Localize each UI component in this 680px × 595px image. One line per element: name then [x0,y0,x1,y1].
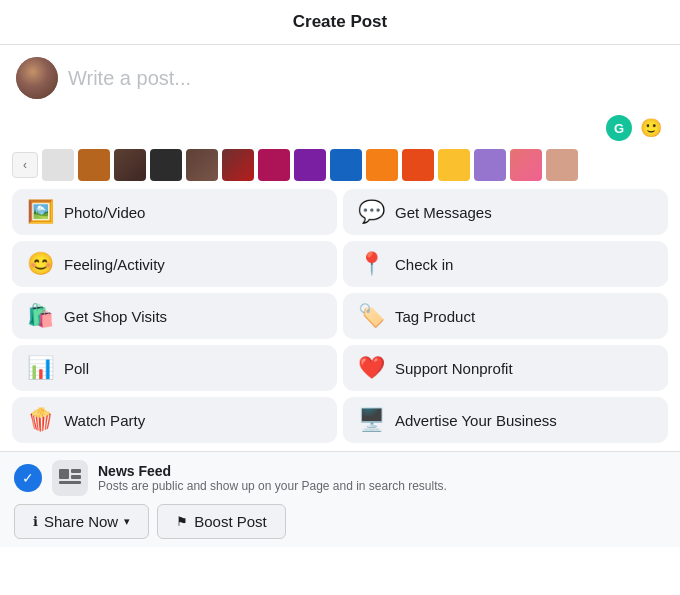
sticker-item[interactable] [294,149,326,181]
modal-title: Create Post [293,12,387,32]
svg-rect-3 [59,481,81,484]
audience-desc: Posts are public and show up on your Pag… [98,479,666,493]
check-in-label: Check in [395,256,453,273]
sticker-item[interactable] [150,149,182,181]
photo-video-label: Photo/Video [64,204,145,221]
sticker-item[interactable] [78,149,110,181]
tag-product-button[interactable]: 🏷️ Tag Product [343,293,668,339]
svg-rect-2 [71,475,81,479]
news-feed-icon [52,460,88,496]
get-messages-button[interactable]: 💬 Get Messages [343,189,668,235]
share-now-label: Share Now [44,513,118,530]
poll-label: Poll [64,360,89,377]
share-info-icon: ℹ [33,514,38,529]
advertise-business-icon: 🖥️ [357,407,385,433]
boost-post-label: Boost Post [194,513,267,530]
sticker-item[interactable] [114,149,146,181]
audience-row: ✓ News Feed Posts are public and show up… [14,460,666,496]
sticker-nav-left[interactable]: ‹ [12,152,38,178]
sticker-item[interactable] [474,149,506,181]
avatar [16,57,58,99]
check-circle-icon: ✓ [14,464,42,492]
feeling-activity-label: Feeling/Activity [64,256,165,273]
sticker-item[interactable] [438,149,470,181]
create-post-modal: Create Post Write a post... G 🙂 ‹ 🖼️ [0,0,680,595]
advertise-business-label: Advertise Your Business [395,412,557,429]
sticker-item[interactable] [258,149,290,181]
sticker-item[interactable] [330,149,362,181]
grammarly-icon[interactable]: G [606,115,632,141]
support-nonprofit-button[interactable]: ❤️ Support Nonprofit [343,345,668,391]
poll-button[interactable]: 📊 Poll [12,345,337,391]
sticker-item[interactable] [546,149,578,181]
modal-header: Create Post [0,0,680,45]
avatar-image [16,57,58,99]
toolbar-row: G 🙂 [0,111,680,145]
tag-product-icon: 🏷️ [357,303,385,329]
get-shop-visits-button[interactable]: 🛍️ Get Shop Visits [12,293,337,339]
svg-rect-0 [59,469,69,479]
tag-product-label: Tag Product [395,308,475,325]
sticker-item[interactable] [366,149,398,181]
check-symbol: ✓ [22,470,34,486]
watch-party-button[interactable]: 🍿 Watch Party [12,397,337,443]
get-shop-visits-label: Get Shop Visits [64,308,167,325]
action-row: ℹ Share Now ▾ ⚑ Boost Post [14,504,666,539]
audience-text-block: News Feed Posts are public and show up o… [98,463,666,493]
advertise-business-button[interactable]: 🖥️ Advertise Your Business [343,397,668,443]
watch-party-label: Watch Party [64,412,145,429]
watch-party-icon: 🍿 [26,407,54,433]
sticker-item[interactable] [402,149,434,181]
poll-icon: 📊 [26,355,54,381]
sticker-row: ‹ [0,145,680,189]
post-area: Write a post... [0,45,680,111]
svg-rect-1 [71,469,81,473]
footer-section: ✓ News Feed Posts are public and show up… [0,451,680,547]
get-messages-label: Get Messages [395,204,492,221]
emoji-icon[interactable]: 🙂 [638,115,664,141]
share-now-button[interactable]: ℹ Share Now ▾ [14,504,149,539]
sticker-item[interactable] [510,149,542,181]
get-messages-icon: 💬 [357,199,385,225]
share-caret-icon: ▾ [124,515,130,528]
support-nonprofit-icon: ❤️ [357,355,385,381]
support-nonprofit-label: Support Nonprofit [395,360,513,377]
sticker-item[interactable] [186,149,218,181]
photo-video-icon: 🖼️ [26,199,54,225]
photo-video-button[interactable]: 🖼️ Photo/Video [12,189,337,235]
sticker-item[interactable] [42,149,74,181]
options-grid: 🖼️ Photo/Video 💬 Get Messages 😊 Feeling/… [0,189,680,451]
feeling-activity-icon: 😊 [26,251,54,277]
get-shop-visits-icon: 🛍️ [26,303,54,329]
feeling-activity-button[interactable]: 😊 Feeling/Activity [12,241,337,287]
audience-title: News Feed [98,463,666,479]
post-placeholder[interactable]: Write a post... [68,67,664,90]
check-in-icon: 📍 [357,251,385,277]
check-in-button[interactable]: 📍 Check in [343,241,668,287]
boost-flag-icon: ⚑ [176,514,188,529]
boost-post-button[interactable]: ⚑ Boost Post [157,504,286,539]
sticker-item[interactable] [222,149,254,181]
